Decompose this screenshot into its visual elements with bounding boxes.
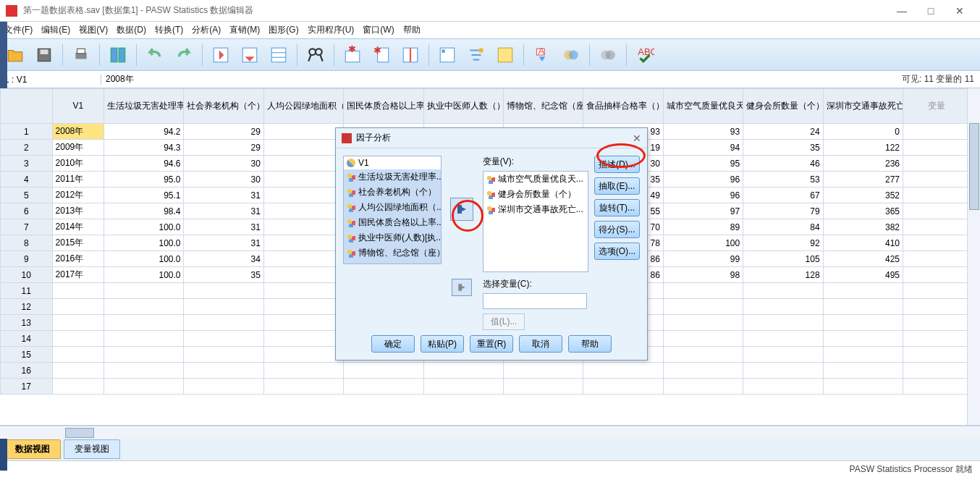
move-right-button[interactable] (450, 198, 473, 221)
cell[interactable]: 95.1 (104, 187, 184, 203)
cell[interactable]: 122 (823, 140, 903, 156)
selected-vars-list[interactable]: 城市空气质量优良天... 健身会所数量（个） 深圳市交通事故死亡... (483, 171, 588, 272)
list-item[interactable]: 人均公园绿地面积（... (344, 200, 441, 215)
value-labels-icon[interactable] (494, 44, 516, 66)
cell[interactable]: 35 (743, 140, 823, 156)
cell[interactable]: 100.0 (104, 267, 184, 283)
save-icon[interactable] (33, 44, 55, 66)
cell-ref[interactable]: 1 : V1 (0, 75, 101, 85)
cell[interactable] (263, 172, 343, 187)
cell[interactable]: 34 (184, 251, 263, 267)
cell[interactable]: 93 (663, 124, 743, 140)
cell[interactable] (263, 267, 343, 283)
open-icon[interactable] (4, 44, 26, 66)
dialog-side-button-2[interactable]: 旋转(T)... (594, 199, 640, 216)
cell[interactable]: 84 (743, 219, 823, 235)
row-header[interactable]: 9 (1, 251, 53, 267)
horizontal-scrollbar[interactable] (0, 426, 980, 439)
cell[interactable]: 0 (823, 124, 903, 140)
cell[interactable]: 352 (823, 187, 903, 203)
cell[interactable] (263, 124, 343, 140)
dialog-foot-button-4[interactable]: 帮助 (568, 335, 612, 353)
cell[interactable]: 100.0 (104, 251, 184, 267)
cell[interactable]: 97 (663, 203, 743, 219)
list-item[interactable]: 生活垃圾无害处理率... (344, 169, 441, 185)
col-header[interactable]: 食品抽样合格率（） (583, 89, 663, 124)
cell[interactable]: 79 (743, 203, 823, 219)
goto-case-icon[interactable] (210, 44, 232, 66)
cell[interactable]: 100 (663, 235, 743, 251)
cell[interactable]: 94.3 (104, 140, 184, 156)
unknown-icon[interactable] (597, 44, 619, 66)
recall-dialog-icon[interactable] (107, 44, 129, 66)
row-header[interactable]: 7 (1, 219, 53, 235)
cell[interactable]: 98 (663, 267, 743, 283)
menu-help[interactable]: 帮助 (403, 24, 421, 36)
dialog-side-button-3[interactable]: 得分(S)... (594, 221, 640, 238)
cell[interactable]: 31 (184, 203, 263, 219)
cell[interactable]: 495 (823, 267, 903, 283)
show-all-icon[interactable] (560, 44, 582, 66)
menu-util[interactable]: 实用程序(U) (308, 24, 355, 36)
col-header[interactable]: 人均公园绿地面积（按常住人口计算）（平方米） (263, 89, 343, 124)
cell[interactable]: 30 (184, 172, 263, 187)
cell[interactable]: 29 (184, 140, 263, 156)
cell[interactable]: 99 (663, 251, 743, 267)
cell[interactable]: 98.4 (104, 203, 184, 219)
cell[interactable]: 2013年 (52, 203, 104, 219)
dialog-foot-button-2[interactable]: 重置(R) (470, 335, 513, 353)
cell[interactable]: 94 (663, 140, 743, 156)
row-header[interactable]: 17 (1, 379, 53, 395)
close-button[interactable]: ✕ (945, 5, 974, 17)
dialog-side-button-4[interactable]: 选项(O)... (594, 243, 640, 260)
cell[interactable]: 105 (743, 251, 823, 267)
cell[interactable]: 29 (184, 124, 263, 140)
spellcheck-icon[interactable]: ABC (634, 44, 656, 66)
use-sets-icon[interactable]: A (531, 44, 553, 66)
cell[interactable]: 94.2 (104, 124, 184, 140)
dialog-foot-button-1[interactable]: 粘贴(P) (421, 335, 464, 353)
cell[interactable]: 410 (823, 235, 903, 251)
cell[interactable]: 46 (743, 156, 823, 172)
print-icon[interactable] (70, 44, 92, 66)
tab-variable-view[interactable]: 变量视图 (64, 439, 120, 459)
tab-data-view[interactable]: 数据视图 (4, 439, 61, 459)
cell[interactable]: 31 (184, 235, 263, 251)
list-item[interactable]: 博物馆、纪念馆（座） (344, 245, 441, 261)
cell[interactable]: 94.6 (104, 156, 184, 172)
dialog-titlebar[interactable]: 因子分析 ✕ (336, 128, 647, 148)
menu-view[interactable]: 视图(V) (79, 24, 108, 36)
cell[interactable]: 95 (663, 156, 743, 172)
cell-value[interactable]: 2008年 (101, 73, 896, 85)
split-file-icon[interactable] (400, 44, 421, 66)
menu-graph[interactable]: 图形(G) (269, 24, 298, 36)
cell[interactable]: 2008年 (52, 124, 104, 140)
dialog-close-icon[interactable]: ✕ (633, 132, 641, 144)
dialog-foot-button-3[interactable]: 取消 (519, 335, 562, 353)
col-header[interactable]: 社会养老机构（个） (184, 89, 263, 124)
cell[interactable]: 2014年 (52, 219, 104, 235)
cell[interactable] (263, 203, 343, 219)
row-header[interactable]: 5 (1, 187, 53, 203)
cell[interactable]: 128 (743, 267, 823, 283)
cell[interactable]: 24 (743, 124, 823, 140)
undo-icon[interactable] (144, 44, 166, 66)
row-header[interactable]: 2 (1, 140, 53, 156)
cell[interactable]: 2016年 (52, 251, 104, 267)
menu-file[interactable]: 文件(F) (4, 24, 33, 36)
col-header[interactable]: V1 (52, 89, 104, 124)
list-item[interactable]: 深圳市交通事故死亡... (483, 202, 588, 217)
col-header[interactable]: 执业中医师人数（） (423, 89, 503, 124)
maximize-button[interactable]: □ (916, 5, 945, 17)
cell[interactable]: 2009年 (52, 140, 104, 156)
cell[interactable]: 2015年 (52, 235, 104, 251)
row-header[interactable]: 13 (1, 315, 53, 331)
cell[interactable] (263, 235, 343, 251)
cell[interactable]: 365 (823, 203, 903, 219)
row-header[interactable]: 3 (1, 156, 53, 172)
col-header[interactable]: 博物馆、纪念馆（座） (504, 89, 583, 124)
list-item[interactable]: 食品抽样合格率（%... (344, 261, 441, 264)
col-header[interactable]: 国民体质合格以上率（） (344, 89, 423, 124)
cell[interactable]: 2010年 (52, 156, 104, 172)
menu-data[interactable]: 数据(D) (117, 24, 146, 36)
